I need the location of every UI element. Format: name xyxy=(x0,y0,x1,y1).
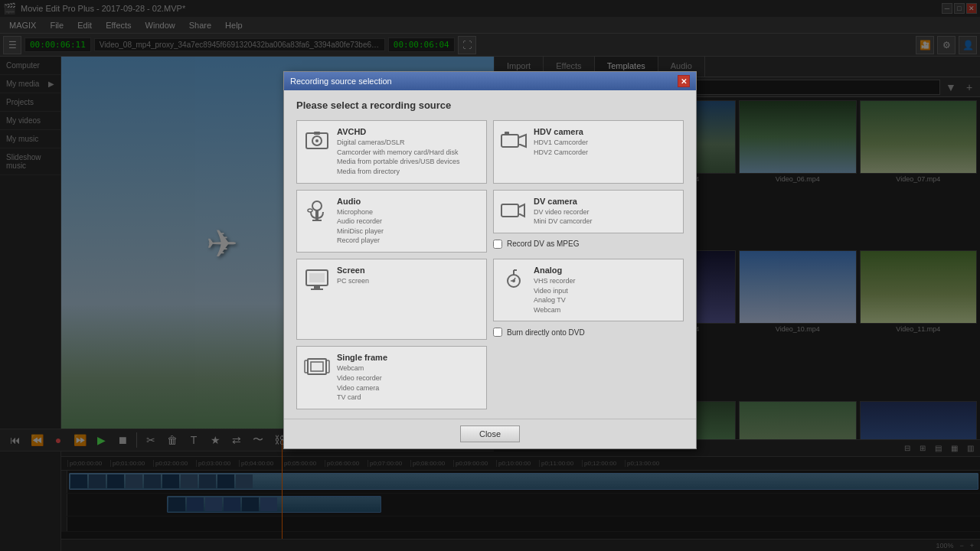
sidebar-projects[interactable]: Projects xyxy=(0,93,60,112)
clip-thumb xyxy=(260,497,277,511)
cut-button[interactable]: ✂ xyxy=(142,431,160,449)
source-singleframe-button[interactable]: Single frame WebcamVideo recorderVideo c… xyxy=(296,346,487,409)
clip-thumb xyxy=(162,474,179,488)
step-back-button[interactable]: ⏪ xyxy=(28,431,46,449)
singleframe-title: Single frame xyxy=(337,353,387,362)
panel-dropdown-button[interactable]: ▼ xyxy=(943,80,959,95)
timeline-view3[interactable]: ▥ xyxy=(964,443,977,453)
track-clip[interactable] xyxy=(69,473,978,490)
source-dv-button[interactable]: DV camera DV video recorderMini DV camco… xyxy=(493,190,684,233)
svg-rect-25 xyxy=(311,362,323,371)
title-bar-controls: ─ □ ✕ xyxy=(942,3,977,14)
wave-button[interactable]: 〜 xyxy=(249,431,267,449)
hdv-title: HDV camera xyxy=(534,127,588,136)
hdv-text: HDV camera HDV1 CamcorderHDV2 Camcorder xyxy=(534,127,588,157)
svg-rect-26 xyxy=(305,360,308,373)
window-close-button[interactable]: ✕ xyxy=(966,3,977,14)
dialog-subtitle: Please select a recording source xyxy=(296,99,684,111)
dialog-close-btn[interactable]: Close xyxy=(460,425,520,442)
dialog-close-button[interactable]: ✕ xyxy=(678,75,690,87)
list-item[interactable]: Video_11.mp4 xyxy=(860,250,978,397)
stop-button[interactable]: ⏹ xyxy=(113,431,132,449)
plane-icon: ✈ xyxy=(206,222,238,266)
svg-rect-27 xyxy=(326,360,329,373)
source-hdv-button[interactable]: HDV camera HDV1 CamcorderHDV2 Camcorder xyxy=(493,120,684,183)
svg-rect-15 xyxy=(314,285,320,289)
analog-text: Analog VHS recorderVideo inputAnalog TVW… xyxy=(534,266,576,315)
list-item[interactable]: Video_06.mp4 xyxy=(739,100,857,247)
sidebar-mymusic[interactable]: My music xyxy=(0,130,60,148)
sidebar-slideshow[interactable]: Slideshow music xyxy=(0,148,60,175)
list-item[interactable]: Video_10.mp4 xyxy=(739,250,857,397)
text-button[interactable]: T xyxy=(185,431,203,449)
track-row-2: S M ☆ ≡ 2 xyxy=(0,494,980,517)
fullscreen-button[interactable]: ⛶ xyxy=(458,36,476,54)
source-screen-button[interactable]: Screen PC screen xyxy=(296,259,487,340)
step-forward-button[interactable]: ⏩ xyxy=(70,431,89,449)
dv-checkbox-row: Record DV as MPEG xyxy=(493,236,684,252)
dv-section: DV camera DV video recorderMini DV camco… xyxy=(493,190,684,253)
ruler-mark: p0;09:00:00 xyxy=(453,460,496,467)
audio-text: Audio MicrophoneAudio recorderMiniDisc p… xyxy=(337,197,384,246)
maximize-button[interactable]: □ xyxy=(954,3,965,14)
menu-app[interactable]: MAGIX xyxy=(3,19,42,31)
fx-button[interactable]: ★ xyxy=(206,431,224,449)
toolbar-btn-3[interactable]: 👤 xyxy=(959,36,977,54)
avchd-text: AVCHD Digital cameras/DSLRCamcorder with… xyxy=(337,127,460,176)
clip-thumb xyxy=(224,497,240,511)
record-button[interactable]: ● xyxy=(49,431,67,449)
timeline-zoom-out[interactable]: ⊟ xyxy=(901,443,913,453)
track-clip-2[interactable] xyxy=(167,496,381,513)
toolbar-btn-2[interactable]: ⚙ xyxy=(937,36,956,54)
zoom-minus[interactable]: − xyxy=(959,542,963,549)
sidebar-myvideos[interactable]: My videos xyxy=(0,112,60,130)
thumb-label: Video_10.mp4 xyxy=(739,325,857,333)
zoom-plus[interactable]: + xyxy=(970,542,974,549)
timeline-zoom-in[interactable]: ⊞ xyxy=(916,443,929,453)
menu-share[interactable]: Share xyxy=(183,19,217,31)
burn-dvd-checkbox[interactable] xyxy=(493,328,502,337)
analog-title: Analog xyxy=(534,266,576,275)
screen-text: Screen PC screen xyxy=(337,266,369,286)
record-dv-checkbox[interactable] xyxy=(493,240,502,249)
menu-file[interactable]: File xyxy=(44,19,70,31)
play-button[interactable]: ▶ xyxy=(92,431,110,449)
source-analog-button[interactable]: Analog VHS recorderVideo inputAnalog TVW… xyxy=(493,259,684,321)
menu-effects[interactable]: Effects xyxy=(100,19,137,31)
svg-rect-3 xyxy=(314,132,320,135)
menu-help[interactable]: Help xyxy=(219,19,249,31)
analog-desc: VHS recorderVideo inputAnalog TVWebcam xyxy=(534,276,576,315)
svg-rect-6 xyxy=(505,132,509,135)
delete-button[interactable]: 🗑 xyxy=(163,431,181,449)
panel-add-button[interactable]: + xyxy=(962,80,977,95)
transition-button[interactable]: ⇄ xyxy=(227,431,246,449)
minimize-button[interactable]: ─ xyxy=(942,3,952,14)
menu-toggle-button[interactable]: ☰ xyxy=(3,36,21,54)
sidebar-mymedia[interactable]: My media ▶ xyxy=(0,75,60,93)
sidebar-computer[interactable]: Computer xyxy=(0,57,60,75)
ruler-mark: p0;11:00:00 xyxy=(539,460,582,467)
source-avchd-button[interactable]: AVCHD Digital cameras/DSLRCamcorder with… xyxy=(296,120,487,183)
dv-text: DV camera DV video recorderMini DV camco… xyxy=(534,197,593,227)
dialog-body: Please select a recording source AVCHD xyxy=(284,90,696,419)
ruler-mark: p0;10:00:00 xyxy=(496,460,539,467)
timeline-view2[interactable]: ▦ xyxy=(948,443,961,453)
timeline-view1[interactable]: ▤ xyxy=(932,443,945,453)
hdv-icon xyxy=(500,127,528,155)
ruler-mark: p0;12:00:00 xyxy=(582,460,625,467)
avchd-title: AVCHD xyxy=(337,127,460,136)
chevron-right-icon: ▶ xyxy=(48,80,54,88)
status-right: 100% − + xyxy=(936,542,974,549)
go-to-start-button[interactable]: ⏮ xyxy=(6,431,24,449)
audio-icon xyxy=(303,197,331,224)
clip-thumb xyxy=(89,474,106,488)
menu-window[interactable]: Window xyxy=(139,19,181,31)
menu-edit[interactable]: Edit xyxy=(71,19,98,31)
list-item[interactable]: Video_07.mp4 xyxy=(860,100,978,247)
track-content-3 xyxy=(67,517,980,531)
toolbar-btn-1[interactable]: 🎦 xyxy=(916,36,934,54)
app-title: Movie Edit Pro Plus - 2017-09-28 - 02.MV… xyxy=(21,4,185,13)
source-audio-button[interactable]: Audio MicrophoneAudio recorderMiniDisc p… xyxy=(296,190,487,253)
thumb-label: Video_11.mp4 xyxy=(860,325,978,333)
dv-icon xyxy=(500,197,528,224)
